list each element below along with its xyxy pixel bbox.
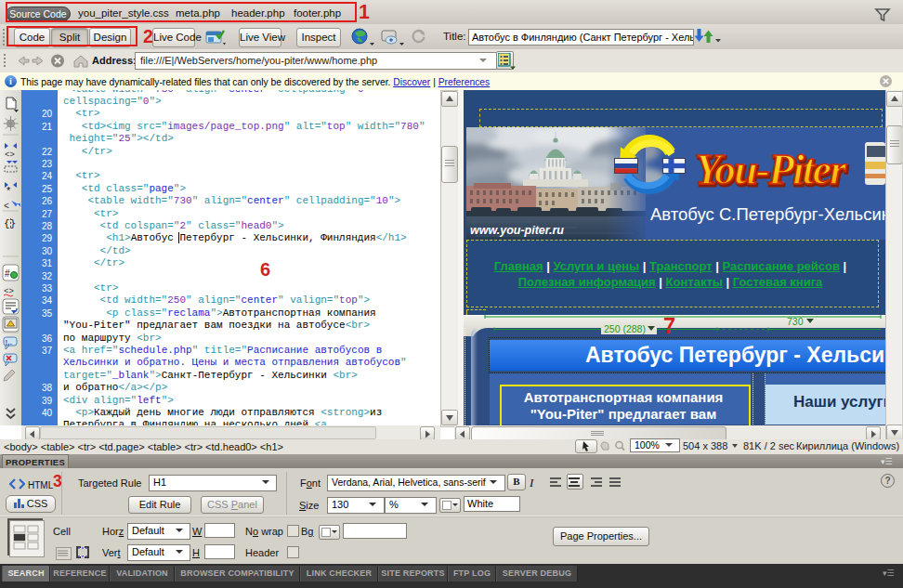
svg-text:!..: !..	[6, 338, 12, 346]
svg-text:*: *	[7, 185, 11, 196]
svg-text:<: <	[4, 202, 9, 212]
svg-text:<>: <>	[5, 150, 15, 160]
svg-text:www.you-piter.ru: www.you-piter.ru	[470, 224, 564, 237]
svg-text:{}: {}	[4, 218, 16, 229]
svg-text:#: #	[5, 268, 10, 279]
svg-text:Автобус С.Петербург-Хельсинки: Автобус С.Петербург-Хельсинки	[650, 204, 885, 224]
svg-text:You-Piter: You-Piter	[695, 146, 847, 193]
svg-text:250 (288): 250 (288)	[604, 323, 646, 334]
svg-text:730: 730	[787, 316, 804, 327]
